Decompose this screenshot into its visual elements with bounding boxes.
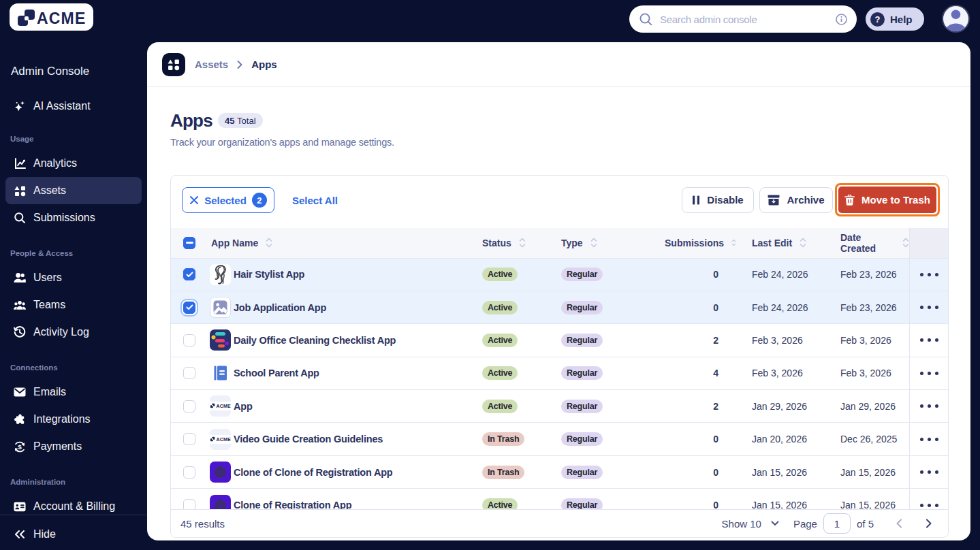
svg-text:$: $	[18, 443, 22, 451]
